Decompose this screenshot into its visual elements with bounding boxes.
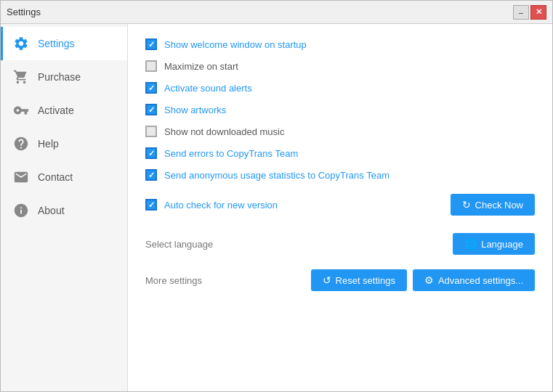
checkbox-row-maximize: Maximize on start: [145, 60, 535, 72]
window-controls: – ✕: [513, 5, 546, 20]
checkbox-welcome[interactable]: [145, 38, 157, 50]
sidebar-item-help[interactable]: Help: [1, 127, 127, 160]
sidebar-item-activate[interactable]: Activate: [1, 94, 127, 127]
auto-check-checkbox[interactable]: [145, 199, 157, 211]
more-settings-label: More settings: [145, 275, 202, 286]
language-label: Select language: [145, 239, 213, 250]
sidebar-item-settings[interactable]: Settings: [1, 27, 127, 60]
main-content: Settings Purchase Activate Help: [1, 24, 552, 391]
settings-window: Settings – ✕ Settings Purchase: [0, 0, 553, 392]
sidebar-about-label: About: [38, 205, 65, 216]
reset-settings-button[interactable]: ↺ Reset settings: [311, 269, 407, 291]
checkbox-label-sound: Activate sound alerts: [164, 83, 252, 94]
checkbox-send_errors[interactable]: [145, 147, 157, 159]
sidebar-contact-label: Contact: [38, 171, 73, 183]
key-icon: [13, 102, 29, 118]
sidebar-item-purchase[interactable]: Purchase: [1, 60, 127, 94]
sidebar-settings-label: Settings: [38, 38, 75, 49]
checkbox-not_downloaded[interactable]: [145, 126, 157, 137]
checkboxes-container: Show welcome window on startupMaximize o…: [145, 38, 535, 181]
gear-small-icon: ⚙: [424, 274, 434, 286]
checkbox-row-not_downloaded: Show not downloaded music: [145, 126, 535, 137]
refresh-icon: ↻: [462, 199, 471, 211]
checkbox-artworks[interactable]: [145, 104, 157, 115]
sidebar-purchase-label: Purchase: [38, 71, 81, 83]
sidebar-activate-label: Activate: [38, 105, 74, 116]
more-settings-buttons: ↺ Reset settings ⚙ Advanced settings...: [311, 269, 535, 291]
checkbox-row-welcome: Show welcome window on startup: [145, 38, 535, 50]
advanced-settings-button[interactable]: ⚙ Advanced settings...: [413, 269, 535, 291]
window-title: Settings: [7, 7, 41, 17]
more-settings-row: More settings ↺ Reset settings ⚙ Advance…: [145, 269, 535, 291]
info-icon: [13, 203, 29, 219]
sidebar-item-about[interactable]: About: [1, 194, 127, 227]
settings-content: Show welcome window on startupMaximize o…: [128, 24, 552, 391]
checkbox-sound[interactable]: [145, 82, 157, 94]
checkbox-row-anonymous: Send anonymous usage statistics to CopyT…: [145, 169, 535, 181]
cart-icon: [13, 69, 29, 85]
checkbox-row-sound: Activate sound alerts: [145, 82, 535, 94]
auto-check-label: Auto check for new version: [164, 200, 278, 211]
checkbox-row-send_errors: Send errors to CopyTrans Team: [145, 147, 535, 159]
checkbox-maximize[interactable]: [145, 60, 157, 72]
language-button[interactable]: 🌐 Language: [453, 233, 535, 255]
sidebar: Settings Purchase Activate Help: [1, 24, 128, 391]
checkbox-row-artworks: Show artworks: [145, 104, 535, 115]
gear-icon: [13, 36, 29, 52]
check-now-button[interactable]: ↻ Check Now: [451, 194, 535, 216]
reset-icon: ↺: [323, 274, 331, 286]
mail-icon: [13, 169, 29, 185]
checkbox-label-not_downloaded: Show not downloaded music: [164, 126, 285, 137]
globe-icon: 🌐: [464, 238, 477, 250]
help-icon: [13, 136, 29, 152]
checkbox-label-welcome: Show welcome window on startup: [164, 39, 307, 50]
close-button[interactable]: ✕: [530, 5, 546, 20]
checkbox-label-send_errors: Send errors to CopyTrans Team: [164, 148, 298, 159]
sidebar-item-contact[interactable]: Contact: [1, 160, 127, 194]
checkbox-label-anonymous: Send anonymous usage statistics to CopyT…: [164, 170, 389, 181]
auto-check-row: Auto check for new version ↻ Check Now: [145, 191, 535, 219]
checkbox-label-artworks: Show artworks: [164, 105, 226, 115]
sidebar-help-label: Help: [38, 138, 59, 150]
checkbox-label-maximize: Maximize on start: [164, 61, 238, 72]
language-row: Select language 🌐 Language: [145, 230, 535, 258]
minimize-button[interactable]: –: [513, 5, 529, 20]
titlebar: Settings – ✕: [1, 1, 552, 24]
checkbox-anonymous[interactable]: [145, 169, 157, 181]
